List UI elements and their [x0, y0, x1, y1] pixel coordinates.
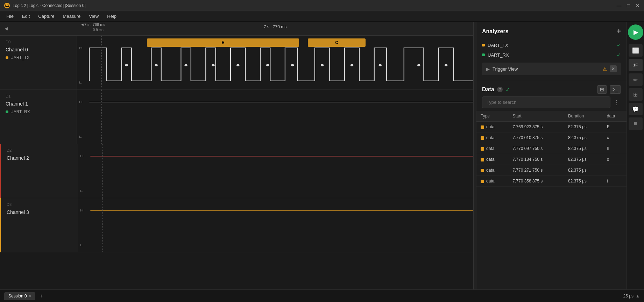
- vertical-scrollbar[interactable]: [473, 22, 476, 289]
- svg-text:H: H: [80, 208, 84, 212]
- cell-data: E: [603, 122, 627, 132]
- add-tab-btn[interactable]: +: [37, 292, 45, 301]
- svg-text:H: H: [79, 46, 83, 50]
- center-time-label: 7 s : 770 ms: [264, 24, 286, 29]
- sidebar-comment-btn[interactable]: 💬: [629, 103, 643, 115]
- warning-icon: ⚠: [603, 66, 607, 72]
- waveform-svg-d2: H L: [78, 144, 473, 198]
- cell-start: 7.769 923 875 s: [508, 122, 564, 132]
- search-input[interactable]: [482, 96, 610, 108]
- svg-point-11: [378, 64, 381, 66]
- title-bar: L2 Logic 2 [Logic - Connected] [Session …: [0, 0, 644, 11]
- capture-icon: ⬜: [632, 47, 639, 54]
- cell-data: c: [603, 132, 627, 143]
- sidebar-annotate-btn[interactable]: ✏: [629, 73, 643, 86]
- table-row[interactable]: data 7.770 271 750 s 82.375 μs: [476, 165, 627, 176]
- data-header: Data ? ✓ ⊞ >_: [476, 81, 627, 96]
- data-title: Data: [482, 86, 494, 93]
- more-options-btn[interactable]: ⋮: [612, 97, 621, 108]
- channel-row-d3: D3 Channel 3 H L: [0, 198, 473, 252]
- cell-start: 7.770 358 875 s: [508, 176, 564, 187]
- table-row[interactable]: data 7.770 097 750 s 82.375 μs h: [476, 143, 627, 154]
- channel-row-d2: D2 Channel 2 H L: [0, 144, 473, 198]
- sidebar-capture-btn[interactable]: ⬜: [629, 44, 643, 57]
- cell-data: t: [603, 176, 627, 187]
- cell-duration: 82.375 μs: [564, 122, 603, 132]
- channel-label-d2: D2 Channel 2: [1, 144, 78, 198]
- channel-id-d1: D1: [6, 94, 71, 98]
- maximize-btn[interactable]: □: [627, 3, 630, 8]
- table-row[interactable]: data 7.769 923 875 s 82.375 μs E: [476, 122, 627, 132]
- channel-waveform-d2[interactable]: H L: [78, 144, 473, 198]
- sidebar-grid-btn[interactable]: ⊞: [629, 88, 643, 101]
- data-table-container[interactable]: Type Start Duration data data 7.769 923 …: [476, 111, 627, 289]
- channel-waveform-d1[interactable]: H L: [77, 90, 473, 144]
- sidebar-1f-btn[interactable]: 1F: [629, 59, 643, 71]
- cell-type: data: [476, 122, 508, 132]
- trigger-view-close-btn[interactable]: ✕: [610, 65, 617, 72]
- cell-start: 7.770 184 750 s: [508, 154, 564, 165]
- minimize-btn[interactable]: —: [617, 3, 622, 8]
- zoom-level: 25 μs: [623, 294, 634, 299]
- uart-rx-check: ✓: [617, 52, 621, 58]
- analyzer-row-uart-rx: UART_RX ✓: [482, 50, 621, 60]
- cell-start: 7.770 097 750 s: [508, 143, 564, 154]
- close-btn[interactable]: ✕: [636, 3, 640, 8]
- uart-tx-dot: [6, 56, 8, 59]
- menu-file[interactable]: File: [3, 12, 17, 20]
- nav-arrow-left[interactable]: ◄: [3, 26, 9, 32]
- channel-label-d1: D1 Channel 1 UART_RX: [0, 90, 77, 144]
- uart-rx-indicator: [482, 53, 485, 56]
- channel-waveform-d3[interactable]: H L: [78, 198, 473, 252]
- window-controls: — □ ✕: [617, 3, 640, 8]
- help-icon[interactable]: ?: [497, 87, 503, 92]
- uart-tx-indicator: [482, 44, 485, 46]
- svg-text:L: L: [79, 135, 82, 138]
- session-tab-0[interactable]: Session 0 ×: [4, 292, 35, 300]
- cell-type: data: [476, 176, 508, 187]
- menu-help[interactable]: Help: [104, 12, 120, 20]
- analyzer-section: Analyzers + UART_TX ✓ UART_RX ✓ ▶ Trigge…: [476, 22, 627, 81]
- analyzer-badge-d1: UART_RX: [6, 109, 71, 114]
- data-table-body: data 7.769 923 875 s 82.375 μs E data 7.…: [476, 122, 627, 187]
- col-data: data: [603, 111, 627, 122]
- svg-point-3: [155, 64, 157, 66]
- col-type: Type: [476, 111, 508, 122]
- table-row[interactable]: data 7.770 010 875 s 82.375 μs c: [476, 132, 627, 143]
- cell-type: data: [476, 143, 508, 154]
- uart-tx-name: UART_TX: [488, 43, 614, 48]
- add-analyzer-btn[interactable]: +: [617, 27, 621, 35]
- annotation-c: C: [308, 38, 366, 47]
- uart-tx-label: UART_TX: [10, 55, 29, 60]
- terminal-btn[interactable]: >_: [610, 85, 621, 94]
- channel-waveform-d0[interactable]: E C H L: [77, 36, 473, 89]
- grid-view-btn[interactable]: ⊞: [597, 85, 607, 94]
- trigger-view-row[interactable]: ▶ Trigger View ⚠ ✕: [482, 63, 621, 75]
- sidebar-menu-btn[interactable]: ≡: [629, 117, 643, 130]
- menu-edit[interactable]: Edit: [19, 12, 33, 20]
- left-sub-time-label: +0.9 ms: [91, 28, 104, 32]
- menu-capture[interactable]: Capture: [35, 12, 58, 20]
- window-title: Logic 2 [Logic - Connected] [Session 0]: [13, 3, 86, 8]
- menu-measure[interactable]: Measure: [59, 12, 84, 20]
- channel-id-d2: D2: [7, 148, 72, 152]
- svg-point-2: [125, 64, 128, 66]
- menu-view[interactable]: View: [85, 12, 102, 20]
- cell-duration: 82.375 μs: [564, 154, 603, 165]
- table-row[interactable]: data 7.770 184 750 s 82.375 μs o: [476, 154, 627, 165]
- menu-icon: ≡: [634, 121, 637, 127]
- cell-data: [603, 165, 627, 176]
- session-tabs: Session 0 × +: [4, 292, 45, 301]
- channel-label-header: ◄: [0, 26, 77, 32]
- play-button[interactable]: ▶: [628, 24, 643, 40]
- session-tab-close[interactable]: ×: [29, 294, 31, 298]
- svg-point-9: [321, 64, 324, 66]
- uart-rx-dot: [6, 110, 8, 113]
- channel-label-d3: D3 Channel 3: [1, 198, 78, 252]
- zoom-arrow[interactable]: ▲: [636, 294, 640, 299]
- zoom-indicator: 25 μs ▲: [623, 294, 640, 299]
- table-row[interactable]: data 7.770 358 875 s 82.375 μs t: [476, 176, 627, 187]
- right-panel: Analyzers + UART_TX ✓ UART_RX ✓ ▶ Trigge…: [476, 22, 627, 289]
- comment-icon: 💬: [632, 106, 639, 113]
- cell-data: o: [603, 154, 627, 165]
